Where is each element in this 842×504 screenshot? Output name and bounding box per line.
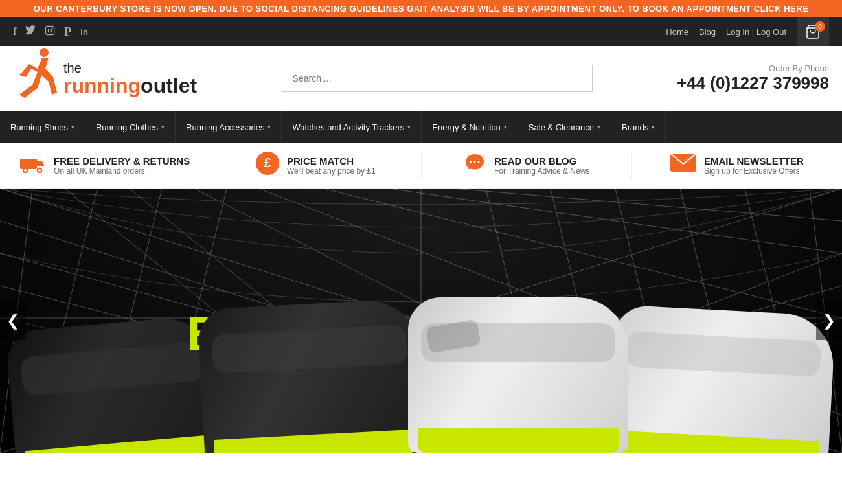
feature-blog[interactable]: READ OUR BLOG For Training Advice & News (422, 152, 632, 180)
twitter-icon[interactable] (25, 25, 36, 38)
price-match-text: PRICE MATCH We'll beat any price by £1 (287, 155, 376, 176)
runner-icon (13, 46, 58, 111)
search-bar (282, 65, 593, 92)
delivery-text: FREE DELIVERY & RETURNS On all UK Mainla… (54, 155, 190, 176)
svg-rect-5 (20, 159, 37, 169)
svg-text:£: £ (264, 155, 271, 170)
price-match-sub: We'll beat any price by £1 (287, 166, 376, 176)
svg-line-24 (389, 189, 842, 253)
logo-outlet: outlet (141, 75, 197, 96)
site-logo[interactable]: the running outlet (13, 46, 197, 111)
hero-shoes (0, 246, 842, 453)
newsletter-text: EMAIL NEWSLETTER Sign up for Exclusive O… (704, 155, 804, 176)
announcement-text: OUR CANTERBURY STORE IS NOW OPEN. DUE TO… (34, 4, 809, 14)
chevron-down-icon: ▾ (652, 124, 655, 130)
email-icon (670, 154, 696, 178)
chevron-down-icon: ▾ (161, 124, 165, 130)
chevron-down-icon: ▾ (267, 124, 271, 130)
delivery-sub: On all UK Mainland orders (54, 166, 190, 176)
logo-text: the running outlet (63, 61, 197, 96)
instagram-icon[interactable] (45, 25, 55, 38)
truck-icon (20, 154, 46, 178)
blog-sub: For Training Advice & News (494, 166, 589, 176)
nav-item-energy[interactable]: Energy & Nutrition ▾ (422, 111, 518, 143)
chevron-down-icon: ▾ (71, 124, 74, 130)
chevron-down-icon: ▾ (407, 124, 411, 130)
chevron-down-icon: ▾ (504, 124, 507, 130)
svg-point-9 (38, 169, 41, 172)
linkedin-icon[interactable]: in (80, 27, 88, 37)
search-input[interactable] (282, 65, 593, 92)
nav-label: Watches and Activity Trackers (292, 122, 404, 132)
nav-label: Running Accessories (186, 122, 264, 132)
newsletter-title: EMAIL NEWSLETTER (704, 155, 804, 166)
blog-link[interactable]: Blog (699, 27, 716, 37)
shoe-2 (197, 298, 425, 453)
next-button[interactable]: ❯ (816, 301, 842, 340)
top-nav-links: Home Blog Log In | Log Out 0 (666, 17, 829, 46)
nav-item-sale[interactable]: Sale & Clearance ▾ (518, 111, 611, 143)
price-match-title: PRICE MATCH (287, 155, 376, 166)
feature-price-match[interactable]: £ PRICE MATCH We'll beat any price by £1 (210, 152, 421, 180)
login-logout-link[interactable]: Log In | Log Out (726, 27, 786, 37)
nav-item-running-shoes[interactable]: Running Shoes ▾ (0, 111, 85, 143)
logo-running: running (63, 75, 141, 96)
pinterest-icon[interactable]: P (64, 25, 71, 39)
chat-icon (463, 152, 486, 180)
logo-the: the (63, 61, 197, 75)
nav-label: Sale & Clearance (529, 122, 594, 132)
svg-point-4 (40, 48, 49, 57)
nav-item-watches[interactable]: Watches and Activity Trackers ▾ (282, 111, 422, 143)
nav-label: Energy & Nutrition (432, 122, 501, 132)
facebook-icon[interactable]: f (13, 26, 16, 38)
shoe-4 (608, 304, 836, 453)
svg-point-13 (473, 161, 475, 163)
nav-label: Running Clothes (96, 122, 158, 132)
chevron-down-icon: ▾ (597, 124, 600, 130)
newsletter-sub: Sign up for Exclusive Offers (704, 166, 804, 176)
announcement-bar[interactable]: OUR CANTERBURY STORE IS NOW OPEN. DUE TO… (0, 0, 842, 17)
nav-label: Running Shoes (10, 122, 68, 132)
delivery-title: FREE DELIVERY & RETURNS (54, 155, 190, 166)
features-bar: FREE DELIVERY & RETURNS On all UK Mainla… (0, 143, 842, 189)
feature-delivery[interactable]: FREE DELIVERY & RETURNS On all UK Mainla… (0, 154, 210, 178)
social-icons: f P in (13, 25, 88, 39)
nav-item-running-accessories[interactable]: Running Accessories ▾ (176, 111, 282, 143)
svg-point-8 (24, 169, 27, 172)
prev-button[interactable]: ❮ (0, 301, 26, 340)
blog-text: READ OUR BLOG For Training Advice & News (494, 155, 589, 176)
main-nav: Running Shoes ▾ Running Clothes ▾ Runnin… (0, 111, 842, 143)
cart-button[interactable]: 0 (797, 17, 829, 46)
nav-label: Brands (622, 122, 648, 132)
svg-point-12 (470, 161, 472, 163)
svg-point-1 (49, 29, 52, 32)
svg-point-14 (477, 161, 479, 163)
nav-item-brands[interactable]: Brands ▾ (611, 111, 666, 143)
blog-title: READ OUR BLOG (494, 155, 589, 166)
nav-item-running-clothes[interactable]: Running Clothes ▾ (85, 111, 176, 143)
phone-area: Order By Phone +44 (0)1227 379998 (677, 63, 829, 93)
shoe-3 (408, 297, 628, 453)
svg-point-2 (52, 27, 53, 29)
phone-label: Order By Phone (677, 63, 829, 73)
top-bar: f P in Home Blog Log In | Log Out 0 (0, 17, 842, 46)
home-link[interactable]: Home (666, 27, 688, 37)
cart-badge: 0 (815, 21, 825, 32)
svg-rect-0 (46, 26, 54, 34)
feature-newsletter[interactable]: EMAIL NEWSLETTER Sign up for Exclusive O… (632, 154, 842, 178)
pound-icon: £ (256, 152, 279, 180)
phone-number: +44 (0)1227 379998 (677, 73, 829, 93)
hero-banner: BROOKS GHOST 13 (0, 189, 842, 453)
site-header: the running outlet Order By Phone +44 (0… (0, 46, 842, 111)
